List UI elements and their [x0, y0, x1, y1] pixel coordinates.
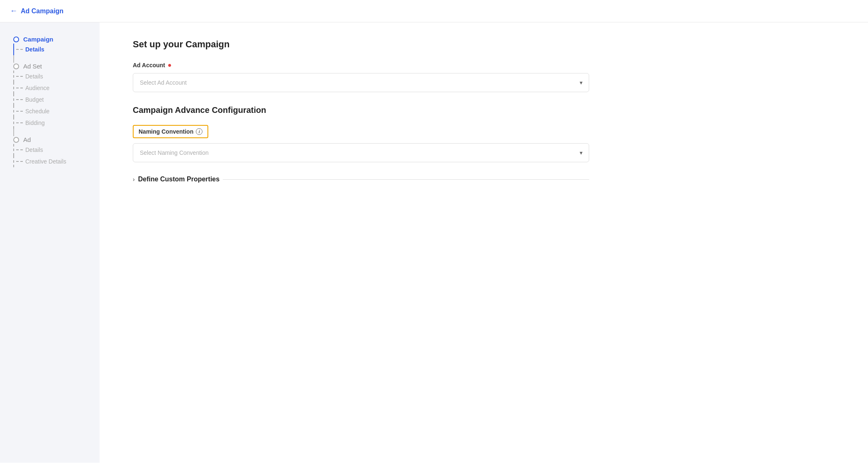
ad-account-label: Ad Account — [133, 62, 165, 68]
adset-details-horiz — [16, 76, 23, 77]
main-content: Set up your Campaign Ad Account ● Select… — [100, 22, 868, 463]
connector-campaign-adset — [13, 55, 16, 63]
ad-step-circle — [13, 137, 19, 143]
adset-details-vert — [13, 71, 16, 82]
adset-schedule-row[interactable]: Schedule — [13, 105, 100, 117]
naming-convention-text: Naming Convention — [139, 128, 193, 135]
nav-section-campaign: Campaign Details — [13, 36, 100, 63]
header: ← Ad Campaign — [0, 0, 868, 22]
ad-main-row[interactable]: Ad — [13, 136, 100, 143]
campaign-details-horiz — [16, 49, 23, 50]
adset-bidding-label: Bidding — [23, 120, 45, 126]
campaign-label: Campaign — [23, 36, 54, 43]
back-arrow-icon: ← — [10, 7, 17, 15]
ad-account-select[interactable]: Select Ad Account — [133, 73, 589, 92]
adset-schedule-vert — [13, 105, 16, 117]
adset-budget-row[interactable]: Budget — [13, 94, 100, 105]
naming-convention-info-icon[interactable]: i — [196, 128, 202, 135]
adset-budget-vert — [13, 94, 16, 105]
nav-section-adset: Ad Set Details Audience — [13, 63, 100, 136]
advance-config-section: Campaign Advance Configuration Naming Co… — [133, 105, 835, 162]
ad-details-horiz — [16, 149, 23, 150]
back-button[interactable]: ← Ad Campaign — [10, 7, 63, 15]
adset-bidding-row[interactable]: Bidding — [13, 117, 100, 129]
naming-convention-select-wrapper: Select Naming Convention ▾ — [133, 143, 589, 162]
campaign-details-vert — [13, 44, 16, 55]
header-title: Ad Campaign — [21, 7, 63, 15]
adset-sub-rows: Details Audience Budget — [13, 71, 100, 129]
ad-account-select-wrapper: Select Ad Account ▾ — [133, 73, 589, 92]
adset-bidding-horiz — [16, 122, 23, 123]
naming-convention-select[interactable]: Select Naming Convention — [133, 143, 589, 162]
main-layout: Campaign Details — [0, 22, 868, 463]
adset-schedule-label: Schedule — [23, 108, 49, 115]
ad-details-label: Details — [23, 147, 43, 153]
adset-audience-horiz — [16, 88, 23, 88]
setup-section: Set up your Campaign Ad Account ● Select… — [133, 39, 835, 92]
campaign-main-row[interactable]: Campaign — [13, 36, 100, 43]
required-indicator: ● — [168, 61, 172, 69]
adset-step-circle — [13, 63, 19, 69]
define-custom-label: Define Custom Properties — [138, 176, 219, 183]
adset-budget-horiz — [16, 99, 23, 100]
connector-adset-ad — [13, 129, 16, 136]
define-custom-row[interactable]: › Define Custom Properties — [133, 176, 589, 183]
naming-convention-label-box: Naming Convention i — [133, 125, 208, 138]
ad-creative-vert — [13, 156, 16, 167]
adset-schedule-horiz — [16, 111, 23, 112]
sidebar: Campaign Details — [0, 22, 100, 463]
campaign-step-circle — [13, 37, 19, 42]
adset-details-row[interactable]: Details — [13, 71, 100, 82]
define-custom-chevron-icon: › — [133, 176, 135, 183]
adset-details-label: Details — [23, 73, 43, 80]
campaign-sub-rows: Details — [13, 44, 100, 55]
ad-account-label-row: Ad Account ● — [133, 61, 835, 69]
ad-sub-rows: Details Creative Details — [13, 144, 100, 167]
setup-title: Set up your Campaign — [133, 39, 835, 50]
adset-label: Ad Set — [23, 63, 42, 70]
adset-audience-vert — [13, 82, 16, 94]
nav-tree: Campaign Details — [13, 36, 100, 167]
ad-details-vert — [13, 144, 16, 156]
ad-creative-horiz — [16, 161, 23, 162]
adset-main-row[interactable]: Ad Set — [13, 63, 100, 70]
advance-config-title: Campaign Advance Configuration — [133, 105, 835, 115]
define-custom-divider — [223, 179, 589, 180]
nav-section-ad: Ad Details Creative Details — [13, 136, 100, 167]
adset-audience-row[interactable]: Audience — [13, 82, 100, 94]
adset-budget-label: Budget — [23, 96, 44, 103]
ad-creative-row[interactable]: Creative Details — [13, 156, 100, 167]
ad-details-row[interactable]: Details — [13, 144, 100, 156]
ad-account-field: Ad Account ● Select Ad Account ▾ — [133, 61, 835, 92]
campaign-details-row[interactable]: Details — [13, 44, 100, 55]
ad-label: Ad — [23, 136, 31, 143]
adset-audience-label: Audience — [23, 85, 49, 91]
adset-bidding-vert — [13, 117, 16, 129]
campaign-details-label: Details — [23, 46, 44, 53]
naming-convention-field: Naming Convention i Select Naming Conven… — [133, 125, 835, 162]
ad-creative-label: Creative Details — [23, 158, 66, 165]
